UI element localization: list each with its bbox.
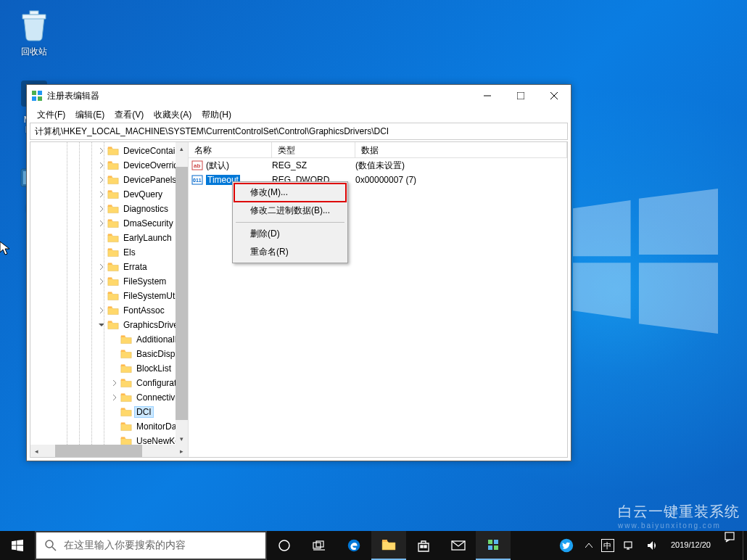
chevron-icon[interactable] [97, 205, 106, 213]
menu-edit[interactable]: 编辑(E) [71, 107, 109, 123]
tray-twitter-icon[interactable] [556, 531, 577, 560]
tray-chevron-up-icon[interactable] [582, 531, 595, 560]
svg-rect-25 [108, 306, 112, 308]
menu-file[interactable]: 文件(F) [33, 107, 70, 123]
address-bar[interactable]: 计算机\HKEY_LOCAL_MACHINE\SYSTEM\CurrentCon… [30, 123, 568, 140]
folder-icon [107, 247, 119, 258]
scroll-up-icon[interactable]: ▴ [176, 142, 188, 155]
chevron-icon[interactable] [110, 422, 119, 431]
chevron-icon[interactable] [97, 176, 106, 184]
explorer-app-button[interactable] [371, 531, 406, 560]
maximize-button[interactable] [504, 85, 537, 107]
tree-item[interactable]: DevQuery [32, 187, 189, 202]
tree-item[interactable]: FileSystemUtilities [32, 289, 189, 303]
list-row[interactable]: ab(默认)REG_SZ(数值未设置) [189, 158, 567, 173]
svg-text:011: 011 [193, 178, 202, 183]
tree-item[interactable]: Configuration [32, 376, 189, 390]
tree-item-label: Diagnostics [122, 204, 170, 214]
tree-item[interactable]: DmaSecurity [32, 216, 189, 231]
tree-pane[interactable]: DeviceContainersDeviceOverridesDevicePan… [30, 142, 189, 457]
scroll-right-icon[interactable]: ▸ [176, 445, 188, 457]
taskbar: 在这里输入你要搜索的内容 中 2019/12/20 [0, 531, 747, 560]
tree-item[interactable]: FileSystem [32, 274, 189, 289]
folder-icon [107, 291, 119, 301]
col-name[interactable]: 名称 [189, 142, 272, 157]
svg-rect-42 [313, 543, 321, 548]
value-data: (数值未设置) [355, 160, 567, 172]
vertical-scrollbar[interactable]: ▴ ▾ [176, 142, 188, 445]
chevron-icon[interactable] [97, 219, 106, 228]
tree-item[interactable]: BlockList [32, 361, 189, 376]
menu-view[interactable]: 查看(V) [110, 107, 148, 123]
tree-item[interactable]: DeviceOverrides [32, 158, 189, 173]
col-data[interactable]: 数据 [355, 142, 567, 157]
tree-item[interactable]: DeviceContainers [32, 144, 189, 158]
chevron-icon[interactable] [110, 379, 119, 387]
minimize-button[interactable] [471, 85, 504, 107]
chevron-icon[interactable] [97, 147, 106, 155]
menu-modify[interactable]: 修改(M)... [234, 184, 346, 202]
chevron-icon[interactable] [97, 321, 106, 329]
tree-item[interactable]: Diagnostics [32, 202, 189, 216]
svg-rect-52 [488, 545, 492, 550]
chevron-icon[interactable] [97, 292, 106, 300]
horizontal-scrollbar[interactable]: ◂ ▸ [30, 445, 188, 457]
volume-icon[interactable] [643, 531, 661, 560]
scroll-thumb[interactable] [55, 445, 142, 457]
tree-item[interactable]: EarlyLaunch [32, 231, 189, 245]
ime-indicator[interactable]: 中 [601, 539, 614, 552]
tree-item[interactable]: MonitorDataStore [32, 419, 189, 434]
clock[interactable]: 2019/12/20 [665, 531, 717, 560]
regedit-app-button[interactable] [476, 531, 511, 560]
tree-item[interactable]: DCI [32, 405, 189, 419]
cortana-button[interactable] [267, 531, 302, 560]
scroll-thumb[interactable] [176, 167, 188, 420]
scroll-left-icon[interactable]: ◂ [30, 445, 43, 457]
svg-rect-30 [121, 379, 125, 380]
chevron-icon[interactable] [97, 306, 106, 315]
chevron-icon[interactable] [97, 234, 106, 242]
recycle-bin-icon[interactable]: 回收站 [7, 7, 61, 58]
chevron-icon[interactable] [97, 248, 106, 257]
chevron-icon[interactable] [97, 190, 106, 199]
menu-rename[interactable]: 重命名(R) [234, 243, 346, 261]
chevron-icon[interactable] [97, 277, 106, 286]
tree-item[interactable]: Els [32, 245, 189, 260]
tree-item[interactable]: AdditionalModeLists [32, 332, 189, 347]
svg-rect-53 [494, 545, 498, 550]
svg-rect-22 [108, 263, 112, 264]
network-icon[interactable] [620, 531, 637, 560]
chevron-icon[interactable] [110, 350, 119, 358]
mail-app-button[interactable] [441, 531, 476, 560]
tree-item[interactable]: Errata [32, 260, 189, 274]
titlebar[interactable]: 注册表编辑器 [27, 85, 571, 107]
menu-favorites[interactable]: 收藏夹(A) [149, 107, 196, 123]
svg-rect-26 [108, 321, 112, 322]
wallpaper-windows-logo [573, 189, 718, 334]
tree-item[interactable]: FontAssoc [32, 303, 189, 318]
tree-item[interactable]: GraphicsDrivers [32, 318, 189, 332]
col-type[interactable]: 类型 [272, 142, 355, 157]
chevron-icon[interactable] [110, 364, 119, 373]
show-desktop-button[interactable] [743, 531, 747, 560]
task-view-button[interactable] [302, 531, 337, 560]
menu-delete[interactable]: 删除(D) [234, 225, 346, 243]
chevron-icon[interactable] [110, 335, 119, 344]
tree-item[interactable]: Connectivity [32, 390, 189, 405]
menu-help[interactable]: 帮助(H) [197, 107, 236, 123]
tree-item[interactable]: DevicePanels [32, 173, 189, 187]
tree-item[interactable]: BasicDisplay [32, 347, 189, 361]
action-center-icon[interactable] [717, 531, 743, 560]
edge-app-button[interactable] [337, 531, 371, 560]
scroll-down-icon[interactable]: ▾ [176, 432, 188, 445]
store-app-button[interactable] [406, 531, 441, 560]
chevron-icon[interactable] [97, 263, 106, 271]
menu-modify-binary[interactable]: 修改二进制数据(B)... [234, 202, 346, 220]
search-box[interactable]: 在这里输入你要搜索的内容 [35, 531, 267, 560]
chevron-icon[interactable] [110, 408, 119, 416]
value-data: 0x00000007 (7) [355, 175, 567, 185]
chevron-icon[interactable] [97, 161, 106, 170]
chevron-icon[interactable] [110, 393, 119, 402]
start-button[interactable] [0, 531, 35, 560]
close-button[interactable] [537, 85, 571, 107]
